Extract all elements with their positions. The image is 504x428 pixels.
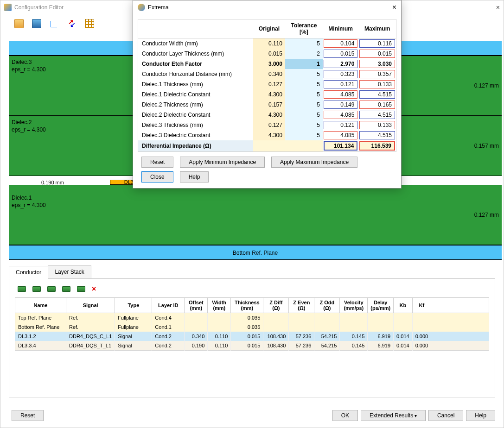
dialog-close-button[interactable]: Close <box>141 171 173 183</box>
dielec-1-thickness: 0.127 mm <box>474 212 499 218</box>
axes-icon[interactable] <box>50 19 59 28</box>
reset-button[interactable]: Reset <box>12 410 44 421</box>
dialog-titlebar[interactable]: Extrema × <box>133 0 401 14</box>
conductor-table[interactable]: NameSignalTypeLayer IDOffset (mm)Width (… <box>15 297 489 351</box>
ok-button[interactable]: OK <box>332 410 358 421</box>
save-icon[interactable] <box>32 19 41 28</box>
tab-body: × NameSignalTypeLayer IDOffset (mm)Width… <box>9 279 495 397</box>
col-layer[interactable]: Layer ID <box>152 298 185 313</box>
col-type[interactable]: Type <box>115 298 152 313</box>
extrema-row[interactable]: Conductor Layer Thickness (mm)0.01520.01… <box>138 49 396 59</box>
table-row[interactable]: Top Ref. PlaneRef.FullplaneCond.40.035 <box>15 313 489 323</box>
help-button[interactable]: Help <box>466 410 495 421</box>
extrema-result-row: Differential Impedance (Ω)101.134116.539 <box>138 140 396 152</box>
expand-icon[interactable] <box>67 19 77 28</box>
tab-conductor[interactable]: Conductor <box>9 266 48 279</box>
delete-icon[interactable]: × <box>92 286 96 292</box>
tabs-area: Conductor Layer Stack × NameSignalTypeLa… <box>9 265 495 397</box>
extrema-row[interactable]: Conductor Horizontal Distance (mm)0.3405… <box>138 69 396 79</box>
cancel-button[interactable]: Cancel <box>428 410 463 421</box>
table-row[interactable]: DL3.1.2DDR4_DQS_C_L1SignalCond.20.3400.1… <box>15 332 489 341</box>
grid-icon[interactable] <box>85 19 94 28</box>
col-thick[interactable]: Thickness (mm) <box>231 298 263 313</box>
extrema-dialog: Extrema × Original Tolerance [%] Minimum… <box>133 0 402 189</box>
add-ref-icon[interactable] <box>18 286 26 292</box>
col-original: Original <box>253 19 285 38</box>
extrema-row[interactable]: Dielec.2 Thickness (mm)0.15750.1490.165 <box>138 100 396 110</box>
table-row[interactable]: Bottom Ref. PlaneRef.FullplaneCond.10.03… <box>15 322 489 332</box>
dielec-2-thickness: 0.157 mm <box>474 143 499 149</box>
extrema-row[interactable]: Conductor Width (mm)0.11050.1040.116 <box>138 38 396 49</box>
col-signal[interactable]: Signal <box>66 298 115 313</box>
bottom-ref-plane: Bottom Ref. Plane <box>9 245 502 260</box>
dialog-app-icon <box>138 4 145 11</box>
col-zodd[interactable]: Z Odd (Ω) <box>314 298 340 313</box>
close-icon[interactable]: × <box>496 4 500 11</box>
col-name[interactable]: Name <box>15 298 66 313</box>
extrema-row[interactable]: Dielec.3 Dielectric Constant4.30054.0854… <box>138 130 396 140</box>
tab-layerstack[interactable]: Layer Stack <box>48 265 91 278</box>
add-sig-icon[interactable] <box>47 286 56 292</box>
dialog-reset-button[interactable]: Reset <box>141 157 173 168</box>
col-kf[interactable]: Kf <box>412 298 431 313</box>
bottom-ref-label: Bottom Ref. Plane <box>233 250 278 256</box>
col-tolerance: Tolerance [%] <box>285 19 323 38</box>
dialog-button-row: Reset Apply Minimum Impedance Apply Maxi… <box>138 152 396 183</box>
dielec-1: Dielec.1eps_r = 4.300 0.127 mm <box>9 185 502 245</box>
col-offset[interactable]: Offset (mm) <box>185 298 208 313</box>
extended-results-button[interactable]: Extended Results <box>361 410 426 421</box>
tab-row: Conductor Layer Stack <box>9 265 495 279</box>
dielec-3-thickness: 0.127 mm <box>474 82 499 89</box>
extrema-row[interactable]: Dielec.1 Thickness (mm)0.12750.1210.133 <box>138 79 396 89</box>
dielec-2-label: Dielec.2eps_r = 4.300 <box>12 119 46 133</box>
open-icon[interactable] <box>14 19 24 28</box>
col-maximum: Maximum <box>358 19 396 38</box>
conductor-toolbar: × <box>15 284 489 297</box>
add-ref-icon-2[interactable] <box>32 286 41 292</box>
col-minimum: Minimum <box>323 19 358 38</box>
table-row[interactable]: DL3.3.4DDR4_DQS_T_L1SignalCond.20.1900.1… <box>15 341 489 351</box>
app-icon <box>4 4 12 11</box>
apply-min-button[interactable]: Apply Minimum Impedance <box>180 157 265 168</box>
extrema-table[interactable]: Original Tolerance [%] Minimum Maximum C… <box>138 19 396 152</box>
extrema-row[interactable]: Dielec.2 Dielectric Constant4.30054.0854… <box>138 110 396 120</box>
col-vel[interactable]: Velocity (mm/ps) <box>340 298 368 313</box>
col-delay[interactable]: Delay (ps/mm) <box>368 298 394 313</box>
col-zdiff[interactable]: Z Diff (Ω) <box>263 298 289 313</box>
add-sig-icon-3[interactable] <box>77 286 85 292</box>
col-kb[interactable]: Kb <box>394 298 413 313</box>
extrema-row[interactable]: Dielec.1 Dielectric Constant4.30054.0854… <box>138 89 396 100</box>
bottom-bar: Reset OK Extended Results Cancel Help <box>9 410 495 421</box>
dialog-close-icon[interactable]: × <box>392 3 396 12</box>
dielec-3-label: Dielec.3eps_r = 4.300 <box>12 59 46 73</box>
dialog-help-button[interactable]: Help <box>180 171 209 183</box>
apply-max-button[interactable]: Apply Maximum Impedance <box>271 157 357 168</box>
dialog-title: Extrema <box>148 4 392 11</box>
extrema-row[interactable]: Conductor Etch Factor3.00012.9703.030 <box>138 59 396 69</box>
dielec-1-label: Dielec.1eps_r = 4.300 <box>12 195 46 209</box>
add-sig-icon-2[interactable] <box>62 286 70 292</box>
col-width[interactable]: Width (mm) <box>208 298 231 313</box>
col-zeven[interactable]: Z Even (Ω) <box>289 298 314 313</box>
extrema-row[interactable]: Dielec.3 Thickness (mm)0.12750.1210.133 <box>138 120 396 130</box>
